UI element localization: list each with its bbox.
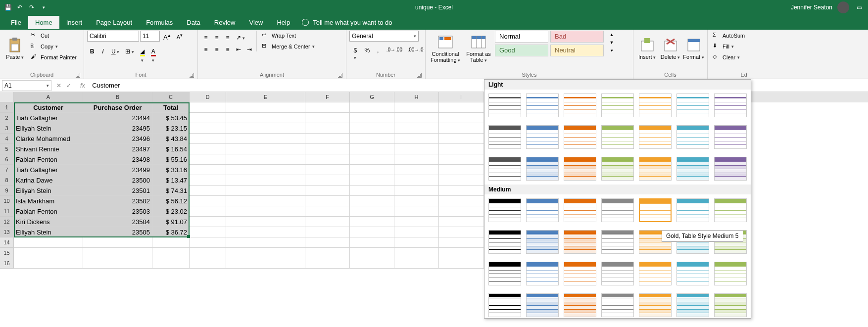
cell[interactable]: $ 53.45 bbox=[152, 113, 190, 123]
alignment-launcher[interactable] bbox=[338, 73, 342, 78]
table-style-thumb[interactable] bbox=[601, 125, 634, 149]
cell[interactable] bbox=[394, 165, 439, 175]
cell[interactable]: 23500 bbox=[83, 175, 152, 186]
align-bottom-icon[interactable]: ≡ bbox=[223, 33, 233, 43]
tab-home[interactable]: Home bbox=[28, 16, 59, 29]
table-style-thumb[interactable] bbox=[564, 262, 596, 269]
underline-button[interactable]: U bbox=[109, 47, 122, 65]
avatar[interactable] bbox=[837, 1, 849, 13]
col-header-g[interactable]: G bbox=[350, 92, 394, 102]
cell[interactable] bbox=[439, 258, 483, 269]
delete-cells-button[interactable]: Delete bbox=[660, 31, 681, 66]
cell[interactable] bbox=[439, 186, 483, 196]
format-cells-button[interactable]: Format bbox=[683, 31, 704, 66]
col-header-c[interactable]: C bbox=[152, 92, 190, 102]
table-style-thumb[interactable] bbox=[564, 125, 596, 149]
redo-icon[interactable]: ↷ bbox=[28, 3, 36, 11]
cell[interactable] bbox=[350, 227, 394, 237]
cell[interactable] bbox=[190, 206, 226, 217]
cell[interactable] bbox=[83, 237, 152, 248]
col-header-h[interactable]: H bbox=[394, 92, 439, 102]
cell[interactable] bbox=[190, 248, 226, 258]
cell[interactable] bbox=[14, 258, 83, 269]
cell[interactable]: Fabian Fenton bbox=[14, 154, 83, 165]
cell[interactable] bbox=[394, 217, 439, 227]
style-bad[interactable]: Bad bbox=[550, 31, 604, 43]
table-style-thumb[interactable] bbox=[601, 262, 634, 269]
insert-cells-button[interactable]: Insert bbox=[636, 31, 658, 66]
cell[interactable] bbox=[394, 186, 439, 196]
table-style-thumb[interactable] bbox=[714, 198, 747, 222]
cell[interactable]: Fabian Fenton bbox=[14, 206, 83, 217]
table-style-thumb[interactable] bbox=[488, 157, 521, 181]
cell[interactable] bbox=[350, 237, 394, 248]
cell[interactable] bbox=[350, 196, 394, 206]
cell[interactable] bbox=[305, 113, 350, 123]
row-header-1[interactable]: 1 bbox=[0, 102, 14, 113]
increase-indent-icon[interactable]: ⇥ bbox=[244, 45, 254, 54]
table-style-thumb[interactable] bbox=[488, 125, 521, 149]
table-style-thumb[interactable] bbox=[676, 157, 709, 181]
cell[interactable] bbox=[350, 134, 394, 144]
cell[interactable]: $ 43.84 bbox=[152, 134, 190, 144]
border-button[interactable]: ⊞ bbox=[123, 47, 137, 65]
cell[interactable]: $ 16.54 bbox=[152, 144, 190, 154]
percent-button[interactable]: % bbox=[362, 46, 372, 62]
orientation-icon[interactable]: ↗ bbox=[234, 33, 247, 43]
row-header-16[interactable]: 16 bbox=[0, 258, 14, 269]
cell[interactable] bbox=[226, 144, 305, 154]
table-style-thumb[interactable] bbox=[676, 125, 709, 149]
cell[interactable]: Isla Markham bbox=[14, 196, 83, 206]
cell[interactable] bbox=[394, 144, 439, 154]
cell[interactable] bbox=[226, 175, 305, 186]
cell[interactable] bbox=[439, 227, 483, 237]
cell[interactable] bbox=[83, 248, 152, 258]
conditional-formatting-button[interactable]: Conditional Formatting bbox=[429, 31, 462, 66]
font-name-input[interactable] bbox=[87, 31, 139, 42]
row-header-4[interactable]: 4 bbox=[0, 134, 14, 144]
row-header-7[interactable]: 7 bbox=[0, 165, 14, 175]
cell[interactable] bbox=[439, 123, 483, 134]
col-header-e[interactable]: E bbox=[226, 92, 305, 102]
cell[interactable] bbox=[226, 206, 305, 217]
cell[interactable] bbox=[439, 102, 483, 113]
cell[interactable] bbox=[350, 113, 394, 123]
table-style-thumb[interactable] bbox=[714, 262, 747, 269]
cell[interactable] bbox=[439, 206, 483, 217]
cell[interactable] bbox=[305, 248, 350, 258]
cell[interactable] bbox=[226, 102, 305, 113]
autosum-button[interactable]: ΣAutoSum bbox=[711, 31, 747, 41]
table-style-thumb[interactable] bbox=[526, 125, 559, 149]
cell[interactable] bbox=[190, 186, 226, 196]
cell[interactable] bbox=[350, 154, 394, 165]
cell[interactable] bbox=[226, 134, 305, 144]
cell[interactable] bbox=[14, 237, 83, 248]
cell[interactable] bbox=[190, 154, 226, 165]
tab-file[interactable]: File bbox=[4, 16, 28, 29]
save-icon[interactable]: 💾 bbox=[4, 3, 12, 11]
cell[interactable]: Purchase Order bbox=[83, 102, 152, 113]
paste-button[interactable]: Paste bbox=[3, 31, 27, 66]
cell[interactable] bbox=[305, 175, 350, 186]
style-neutral[interactable]: Neutral bbox=[550, 45, 604, 56]
cell[interactable] bbox=[394, 258, 439, 269]
cell[interactable] bbox=[83, 258, 152, 269]
table-style-thumb[interactable] bbox=[564, 198, 596, 222]
undo-icon[interactable]: ↶ bbox=[16, 3, 24, 11]
row-header-15[interactable]: 15 bbox=[0, 248, 14, 258]
cell[interactable] bbox=[152, 248, 190, 258]
italic-button[interactable]: I bbox=[98, 47, 108, 65]
table-style-thumb[interactable] bbox=[639, 262, 672, 269]
cell[interactable] bbox=[305, 134, 350, 144]
table-style-thumb[interactable] bbox=[526, 157, 559, 181]
cell[interactable] bbox=[190, 144, 226, 154]
cell[interactable] bbox=[190, 196, 226, 206]
row-header-13[interactable]: 13 bbox=[0, 227, 14, 237]
cell[interactable]: Kiri Dickens bbox=[14, 217, 83, 227]
table-style-thumb[interactable] bbox=[564, 230, 596, 254]
cell[interactable] bbox=[305, 227, 350, 237]
table-style-thumb[interactable] bbox=[639, 198, 672, 222]
fill-button[interactable]: ⬇Fill bbox=[711, 42, 747, 51]
increase-font-icon[interactable]: A▴ bbox=[161, 31, 173, 43]
decrease-decimal-icon[interactable]: .00→.0 bbox=[405, 46, 425, 62]
